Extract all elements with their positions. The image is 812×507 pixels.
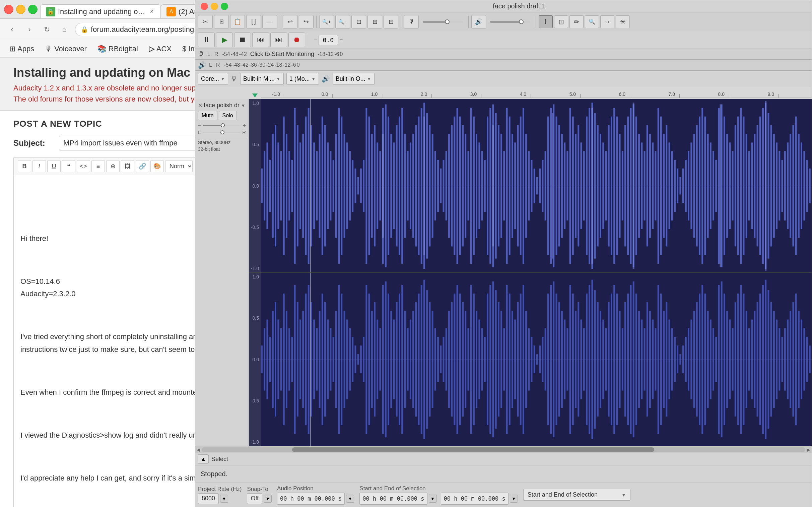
back-button[interactable]: ‹ — [5, 23, 19, 36]
scrollbar-thumb[interactable] — [292, 447, 654, 452]
playback-level-button[interactable]: 🔊 — [471, 15, 486, 29]
draw-tool-button[interactable]: ✏ — [569, 15, 583, 28]
pan-slider[interactable] — [203, 132, 240, 133]
record-level-button[interactable]: 🎙 — [404, 15, 419, 29]
scroll-right-btn[interactable]: ▶ — [807, 447, 810, 452]
selection-end-value[interactable]: 00 h 00 m 00.000 s — [441, 493, 508, 505]
play-button[interactable]: ▶ — [216, 33, 233, 47]
audio-position-value[interactable]: 00 h 00 m 00.000 s — [277, 493, 345, 505]
underline-button[interactable]: U — [47, 160, 61, 172]
envelope-tool-button[interactable]: ⊡ — [554, 15, 568, 28]
home-button[interactable]: ⌂ — [58, 23, 71, 36]
forward-button[interactable]: › — [23, 23, 36, 36]
image-button[interactable]: 🖼 — [121, 160, 134, 172]
paste-button[interactable]: 📋 — [230, 15, 245, 29]
aud-close-button[interactable] — [201, 3, 208, 10]
scroll-left-btn[interactable]: ◀ — [197, 447, 200, 452]
selection-start-dropdown[interactable]: ▼ — [429, 495, 437, 503]
color-button[interactable]: 🎨 — [150, 160, 164, 172]
bold-button[interactable]: B — [18, 160, 31, 172]
zoom-toggle-button[interactable]: ⊟ — [384, 15, 398, 29]
zoom-sel-button[interactable]: ⊡ — [352, 15, 366, 29]
select-tool-button[interactable]: I — [539, 15, 553, 28]
select-button[interactable]: Select — [211, 456, 228, 463]
output-select[interactable]: Built-in O... ▼ — [333, 73, 375, 85]
italic-button[interactable]: I — [33, 160, 46, 172]
scrollbar-row[interactable]: ◀ ▶ — [195, 446, 812, 453]
tab-close-installing[interactable]: × — [148, 8, 155, 15]
close-button[interactable] — [4, 5, 13, 14]
silence-button[interactable]: — — [262, 15, 277, 29]
project-rate-value[interactable]: 8000 — [198, 493, 219, 504]
mute-button[interactable]: Mute — [198, 111, 217, 120]
selection-type-dropdown[interactable]: Start and End of Selection ▼ — [523, 489, 630, 501]
svg-rect-307 — [456, 285, 458, 434]
bookmark-acx[interactable]: ▷ ACX — [145, 43, 176, 55]
track-dropdown-icon[interactable]: ▼ — [241, 103, 246, 108]
cut-button[interactable]: ✂ — [198, 15, 213, 29]
list-button[interactable]: ≡ — [91, 160, 105, 172]
link-button[interactable]: 🔗 — [136, 160, 149, 172]
pause-button[interactable]: ⏸ — [198, 33, 215, 47]
audio-position-dropdown[interactable]: ▼ — [346, 495, 354, 503]
snap-to-dropdown[interactable]: ▼ — [264, 495, 272, 503]
waveform-area[interactable]: 1.0 0.5 0.0 -0.5 -1.0 — [249, 99, 812, 446]
svg-rect-161 — [635, 117, 637, 255]
multi-tool-button[interactable]: ✳ — [616, 15, 630, 28]
channel-select[interactable]: 1 (Mo... ▼ — [287, 73, 319, 85]
aud-minimize-button[interactable] — [211, 3, 218, 10]
aud-maximize-button[interactable] — [221, 3, 228, 10]
zoom-fit-button[interactable]: ⊞ — [368, 15, 382, 29]
redo-button[interactable]: ↪ — [299, 15, 314, 29]
aud-ruler: -1.0 0.0 1.0 2.0 3.0 4.0 5.0 6.0 7.0 8.0 — [195, 87, 812, 99]
scrollbar-track[interactable] — [202, 447, 805, 452]
bookmark-voiceover[interactable]: 🎙 Voiceover — [41, 43, 91, 55]
undo-button[interactable]: ↩ — [283, 15, 298, 29]
record-button[interactable]: ⏺ — [289, 33, 305, 47]
svg-rect-375 — [644, 328, 645, 390]
ordered-list-button[interactable]: ⊕ — [106, 160, 120, 172]
selection-start-value[interactable]: 00 h 00 m 00.000 s — [360, 493, 427, 505]
host-select[interactable]: Core... ▼ — [198, 73, 228, 85]
svg-rect-416 — [757, 302, 758, 416]
stop-button[interactable]: ⏹ — [234, 33, 251, 47]
track-scroll-up[interactable]: ▲ — [198, 454, 209, 464]
svg-rect-50 — [330, 151, 332, 221]
skip-start-button[interactable]: ⏮ — [252, 33, 269, 47]
track-close-button[interactable]: ✕ — [198, 102, 202, 109]
maximize-button[interactable] — [28, 5, 38, 14]
snap-to-value[interactable]: Off — [247, 493, 262, 504]
refresh-button[interactable]: ↻ — [40, 23, 54, 36]
secure-icon: 🔒 — [81, 26, 88, 33]
playback-level-slider[interactable] — [490, 21, 530, 23]
zoom-out-button[interactable]: 🔍− — [335, 15, 350, 29]
copy-button[interactable]: ⎘ — [214, 15, 229, 29]
project-rate-dropdown[interactable]: ▼ — [220, 495, 228, 503]
svg-rect-42 — [308, 108, 310, 264]
monitoring-text[interactable]: Click to Start Monitoring — [250, 51, 314, 58]
bookmark-apps[interactable]: ⊞ Apps — [5, 43, 38, 55]
solo-button[interactable]: Solo — [219, 111, 237, 120]
input-select[interactable]: Built-in Mi... ▼ — [240, 73, 284, 85]
record-meter[interactable]: 🎙 L R -54 -48 -42 Click to Start Monitor… — [198, 50, 343, 58]
gain-slider[interactable] — [203, 125, 241, 126]
svg-rect-66 — [374, 125, 376, 247]
record-level-slider[interactable] — [423, 21, 463, 23]
timeshift-tool-button[interactable]: ↔ — [600, 15, 614, 28]
quote-button[interactable]: ❝ — [62, 160, 75, 172]
pan-left-label: L — [198, 129, 201, 135]
tab-installing[interactable]: 🔒 Installing and updating on Mac × — [40, 4, 161, 18]
minimize-button[interactable] — [16, 5, 25, 14]
skip-end-button[interactable]: ⏭ — [270, 33, 287, 47]
trim-button[interactable]: ⌊⌋ — [246, 15, 261, 29]
svg-rect-168 — [654, 151, 656, 221]
bookmark-rbdigital[interactable]: 📚 RBdigital — [93, 43, 142, 55]
zoom-tool-button[interactable]: 🔍 — [585, 15, 599, 28]
selection-end-dropdown[interactable]: ▼ — [510, 495, 518, 503]
zoom-in-button[interactable]: 🔍+ — [319, 15, 334, 29]
playback-meter[interactable]: 🔊 L R -54 -48 -42 -36 -30 -24 -18 -12 -6… — [198, 61, 300, 69]
font-size-select[interactable]: Norm — [165, 160, 193, 172]
aud-traffic-lights — [201, 3, 228, 10]
code-button[interactable]: <> — [77, 160, 90, 172]
gain-plus-label: + — [243, 122, 246, 128]
